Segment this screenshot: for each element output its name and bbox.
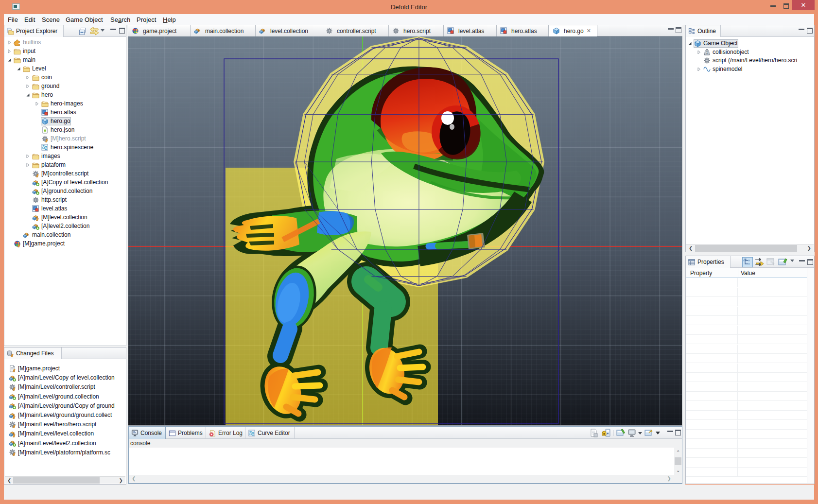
svg-text:1: 1 — [706, 52, 708, 54]
